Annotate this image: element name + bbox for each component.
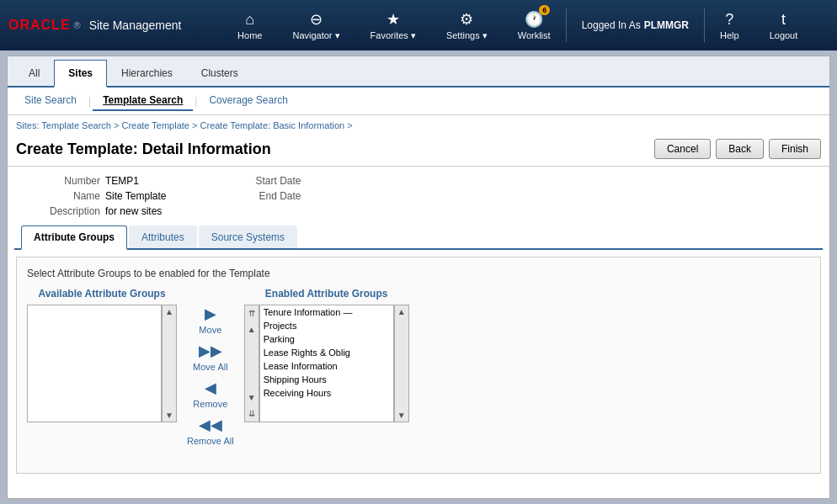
remove-all-label: Remove All <box>187 436 234 446</box>
description-row: Description for new sites <box>33 205 167 217</box>
worklist-label: Worklist <box>518 30 551 40</box>
enabled-scroll-top[interactable]: ⇈ <box>245 305 259 321</box>
move-all-icon: ▶▶ <box>199 342 222 360</box>
navigator-label: Navigator ▾ <box>292 30 339 41</box>
start-date-label: Start Date <box>234 175 301 187</box>
worklist-icon: 🕐 6 <box>525 10 543 29</box>
sub-tab-site-search[interactable]: Site Search <box>14 91 87 111</box>
start-date-row: Start Date <box>234 175 307 187</box>
name-label: Name <box>33 190 100 202</box>
enabled-scroll-right-up[interactable]: ▲ <box>395 305 408 318</box>
tab-all[interactable]: All <box>14 60 54 86</box>
form-col-left: Number TEMP1 Name Site Template Descript… <box>33 175 167 217</box>
back-button[interactable]: Back <box>716 139 764 159</box>
move-label: Move <box>199 325 221 335</box>
tab-clusters[interactable]: Clusters <box>187 60 253 86</box>
available-title: Available Attribute Groups <box>38 288 165 300</box>
settings-icon: ⚙ <box>460 10 473 29</box>
list-item[interactable]: Projects <box>260 319 393 332</box>
remove-all-button[interactable]: ◀◀ Remove All <box>187 416 234 446</box>
list-item[interactable]: Parking <box>260 332 393 346</box>
page-header: Create Template: Detail Information Canc… <box>8 135 829 167</box>
breadcrumb: Sites: Template Search > Create Template… <box>8 115 829 135</box>
form-section: Number TEMP1 Name Site Template Descript… <box>8 167 829 225</box>
list-item[interactable]: Receiving Hours <box>260 386 393 400</box>
help-nav[interactable]: ? Help <box>705 6 754 45</box>
list-item[interactable]: Lease Rights & Oblig <box>260 346 393 359</box>
header-buttons: Cancel Back Finish <box>654 139 821 159</box>
sub-tab-template-search[interactable]: Template Search <box>93 91 193 111</box>
name-value: Site Template <box>105 190 167 202</box>
move-icon: ▶ <box>205 305 216 323</box>
home-label: Home <box>237 30 262 40</box>
enabled-list-wrapper: ⇈ ▲ ▼ ⇊ Tenure Information —ProjectsPark… <box>244 305 409 422</box>
list-item[interactable]: Tenure Information — <box>260 305 393 319</box>
breadcrumb-item-1[interactable]: Sites: Template Search <box>16 120 111 130</box>
enabled-scroll-right-col: ▲ ▼ <box>394 305 409 422</box>
top-tabs: All Sites Hierarchies Clusters <box>8 56 829 88</box>
enabled-scroll-top-col: ⇈ ▲ ▼ ⇊ <box>244 305 259 422</box>
page-title: Create Template: Detail Information <box>16 141 271 158</box>
available-scroll-down[interactable]: ▼ <box>163 409 176 422</box>
description-value: for new sites <box>105 205 162 217</box>
nav-items: ⌂ Home ⊖ Navigator ▾ ★ Favorites ▾ ⚙ Set… <box>206 5 829 46</box>
available-scroll-col: ▲ ▼ <box>162 305 177 422</box>
move-all-label: Move All <box>193 362 228 372</box>
inner-tab-attributes[interactable]: Attributes <box>129 225 197 248</box>
favorites-nav[interactable]: ★ Favorites ▾ <box>355 5 431 46</box>
available-scroll-up[interactable]: ▲ <box>163 305 176 318</box>
end-date-row: End Date <box>234 190 307 202</box>
end-date-label: End Date <box>234 190 301 202</box>
remove-button[interactable]: ◀ Remove <box>193 379 227 409</box>
enabled-col: Enabled Attribute Groups ⇈ ▲ ▼ ⇊ Tenure … <box>244 288 409 422</box>
settings-nav[interactable]: ⚙ Settings ▾ <box>431 5 503 46</box>
number-label: Number <box>33 175 100 187</box>
tab-hierarchies[interactable]: Hierarchies <box>107 60 187 86</box>
logout-nav[interactable]: t Logout <box>754 6 813 45</box>
cancel-button[interactable]: Cancel <box>654 139 711 159</box>
top-navbar: ORACLE ® Site Management ⌂ Home ⊖ Naviga… <box>0 0 837 50</box>
attr-panel-instruction: Select Attribute Groups to be enabled fo… <box>27 268 810 279</box>
tab-sites[interactable]: Sites <box>54 60 107 88</box>
logout-icon: t <box>781 11 786 29</box>
app-name: Site Management <box>89 19 182 32</box>
remove-icon: ◀ <box>205 379 216 397</box>
remove-all-icon: ◀◀ <box>199 416 222 434</box>
enabled-list-box[interactable]: Tenure Information —ProjectsParkingLease… <box>259 305 394 422</box>
user-info: Logged In As PLMMGR <box>567 14 704 36</box>
move-button[interactable]: ▶ Move <box>199 305 221 335</box>
enabled-scroll-down[interactable]: ▼ <box>245 390 259 406</box>
move-all-button[interactable]: ▶▶ Move All <box>193 342 228 372</box>
username-display: PLMMGR <box>644 19 689 31</box>
finish-button[interactable]: Finish <box>769 139 821 159</box>
available-col: Available Attribute Groups ▲ ▼ <box>27 288 177 422</box>
available-list-wrapper: ▲ ▼ <box>27 305 177 422</box>
help-icon: ? <box>725 11 733 29</box>
form-col-right: Start Date End Date <box>234 175 307 217</box>
main-content: All Sites Hierarchies Clusters Site Sear… <box>7 56 830 499</box>
help-label: Help <box>720 30 739 40</box>
list-item[interactable]: Lease Information <box>260 359 393 373</box>
inner-tabs: Attribute Groups Attributes Source Syste… <box>14 225 823 250</box>
remove-label: Remove <box>193 399 227 409</box>
attr-groups-layout: Available Attribute Groups ▲ ▼ ▶ Move <box>27 288 810 463</box>
enabled-scroll-right-down[interactable]: ▼ <box>395 409 408 422</box>
number-row: Number TEMP1 <box>33 175 167 187</box>
enabled-scroll-bottom[interactable]: ⇊ <box>245 406 259 422</box>
worklist-nav[interactable]: 🕐 6 Worklist <box>503 5 566 45</box>
sub-tab-coverage-search[interactable]: Coverage Search <box>199 91 297 111</box>
number-value: TEMP1 <box>105 175 139 187</box>
inner-tab-attribute-groups[interactable]: Attribute Groups <box>21 225 127 250</box>
sub-tabs: Site Search | Template Search | Coverage… <box>8 88 829 115</box>
navigator-nav[interactable]: ⊖ Navigator ▾ <box>277 5 355 46</box>
enabled-scroll-up[interactable]: ▲ <box>245 321 259 337</box>
home-icon: ⌂ <box>245 11 254 29</box>
inner-tab-source-systems[interactable]: Source Systems <box>199 225 297 248</box>
home-nav[interactable]: ⌂ Home <box>222 6 277 45</box>
available-list-box[interactable] <box>27 305 162 422</box>
logged-in-prefix: Logged In As <box>582 19 641 31</box>
move-buttons-col: ▶ Move ▶▶ Move All ◀ Remove ◀◀ Remove Al… <box>177 288 244 463</box>
list-item[interactable]: Shipping Hours <box>260 373 393 386</box>
breadcrumb-item-2[interactable]: Create Template <box>121 120 189 130</box>
breadcrumb-item-3[interactable]: Create Template: Basic Information <box>200 120 345 130</box>
